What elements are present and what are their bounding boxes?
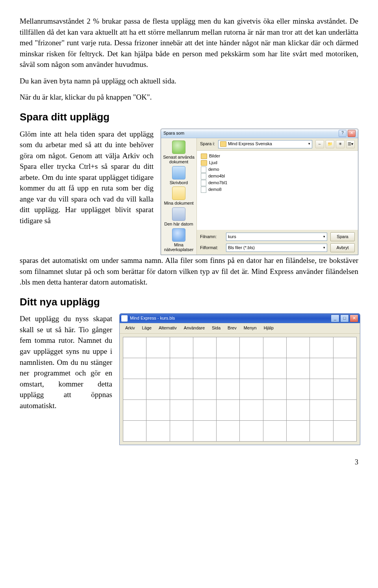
back-button[interactable]: ← <box>315 140 324 148</box>
cancel-button[interactable]: Avbryt <box>330 243 355 252</box>
views-button[interactable]: ☰▾ <box>346 140 355 148</box>
save-in-dropdown[interactable]: Mind Express Svenska ▾ <box>218 140 312 148</box>
app-icon <box>121 315 128 322</box>
list-item[interactable]: demo <box>201 166 354 173</box>
file-name: demo8 <box>208 187 222 193</box>
menu-anvandare[interactable]: Användare <box>181 324 208 332</box>
file-name: Bilder <box>209 153 220 159</box>
body-paragraph: När du är klar, klickar du på knappen "O… <box>20 92 358 103</box>
menu-sida[interactable]: Sida <box>209 324 224 332</box>
menu-arkiv[interactable]: Arkiv <box>122 324 138 332</box>
body-paragraph: Du kan även byta namn på upplägg och akt… <box>20 76 358 87</box>
desktop-icon <box>172 166 185 179</box>
computer-icon <box>172 207 185 221</box>
file-name: demo4bl <box>208 173 225 179</box>
place-desktop[interactable]: Skrivbord <box>162 166 195 185</box>
layout-grid[interactable] <box>123 337 357 442</box>
list-item[interactable]: demo7bl1 <box>201 180 354 187</box>
app-window: Mind Express - kurs.bls _ □ ✕ Arkiv Läge… <box>119 313 360 445</box>
place-label: Mina dokument <box>162 201 195 206</box>
file-icon <box>201 180 206 186</box>
close-button[interactable]: ✕ <box>350 314 358 322</box>
documents-icon <box>172 187 185 200</box>
places-bar: Senast använda dokument Skrivbord Mina d… <box>161 138 197 255</box>
place-label: Skrivbord <box>162 180 195 185</box>
place-mycomputer[interactable]: Den här datorn <box>162 207 195 227</box>
file-icon <box>201 173 206 179</box>
chevron-down-icon: ▾ <box>323 245 325 250</box>
up-button[interactable]: 📁 <box>326 140 334 148</box>
place-label: Den här datorn <box>162 222 195 227</box>
recent-icon <box>172 141 185 154</box>
menu-menyn[interactable]: Menyn <box>241 324 260 332</box>
place-recent[interactable]: Senast använda dokument <box>162 141 195 165</box>
page-number: 3 <box>20 457 358 467</box>
grid-workspace <box>120 334 360 445</box>
network-icon <box>172 228 185 242</box>
chevron-down-icon: ▾ <box>308 141 310 146</box>
format-dropdown[interactable]: Bls filer (*.bls)▾ <box>226 244 327 252</box>
save-in-label: Spara i: <box>200 141 215 147</box>
new-folder-button[interactable]: ✳ <box>336 140 345 148</box>
place-label: Mina nätverksplatser <box>162 242 195 252</box>
filename-input[interactable]: kurs▾ <box>226 233 327 241</box>
menu-bar: Arkiv Läge Alternativ Användare Sida Bre… <box>120 323 360 334</box>
heading-nya: Ditt nya upplägg <box>20 295 358 310</box>
dialog-titlebar: Spara som ? ✕ <box>161 129 358 138</box>
folder-icon <box>201 160 207 166</box>
body-paragraph: Mellanrumsavståndet 2 % brukar passa de … <box>20 16 358 70</box>
folder-icon <box>220 141 226 147</box>
menu-brev[interactable]: Brev <box>224 324 240 332</box>
save-as-dialog: Spara som ? ✕ Senast använda dokument Sk… <box>161 129 358 255</box>
list-item[interactable]: Bilder <box>201 153 354 160</box>
place-mydocs[interactable]: Mina dokument <box>162 187 195 206</box>
close-button[interactable]: ✕ <box>348 130 356 137</box>
body-paragraph: sparas det automatiskt om under samma na… <box>20 255 358 288</box>
file-icon <box>201 166 206 173</box>
file-icon <box>201 187 206 193</box>
list-item[interactable]: Ljud <box>201 160 354 166</box>
place-network[interactable]: Mina nätverksplatser <box>162 228 195 252</box>
list-item[interactable]: demo4bl <box>201 173 354 180</box>
body-paragraph: Glöm inte att hela tiden spara det upplä… <box>20 129 154 226</box>
body-paragraph: Det upplägg du nyss skapat skall se ut s… <box>20 313 112 411</box>
folder-icon <box>201 153 207 159</box>
format-label: Filformat: <box>200 245 223 251</box>
app-title: Mind Express - kurs.bls <box>130 315 328 322</box>
file-name: Ljud <box>209 160 217 166</box>
format-value: Bls filer (*.bls) <box>228 245 255 251</box>
place-label: Senast använda dokument <box>162 155 195 165</box>
chevron-down-icon: ▾ <box>323 234 325 239</box>
save-button[interactable]: Spara <box>330 232 355 241</box>
app-titlebar: Mind Express - kurs.bls _ □ ✕ <box>120 314 360 323</box>
help-button[interactable]: ? <box>339 130 346 137</box>
minimize-button[interactable]: _ <box>331 314 339 322</box>
heading-spara: Spara ditt upplägg <box>20 110 358 125</box>
maximize-button[interactable]: □ <box>340 314 349 322</box>
file-name: demo <box>208 166 219 173</box>
menu-hjalp[interactable]: Hjälp <box>261 324 277 332</box>
list-item[interactable]: demo8 <box>201 187 354 193</box>
save-in-value: Mind Express Svenska <box>228 141 272 147</box>
file-list[interactable]: Bilder Ljud demo demo4bl demo7bl1 demo8 <box>197 151 358 230</box>
filename-label: Filnamn: <box>200 234 223 240</box>
filename-value: kurs <box>228 234 236 240</box>
file-name: demo7bl1 <box>208 180 227 186</box>
dialog-title: Spara som <box>163 130 184 137</box>
menu-alternativ[interactable]: Alternativ <box>156 324 180 332</box>
menu-lage[interactable]: Läge <box>139 324 154 332</box>
